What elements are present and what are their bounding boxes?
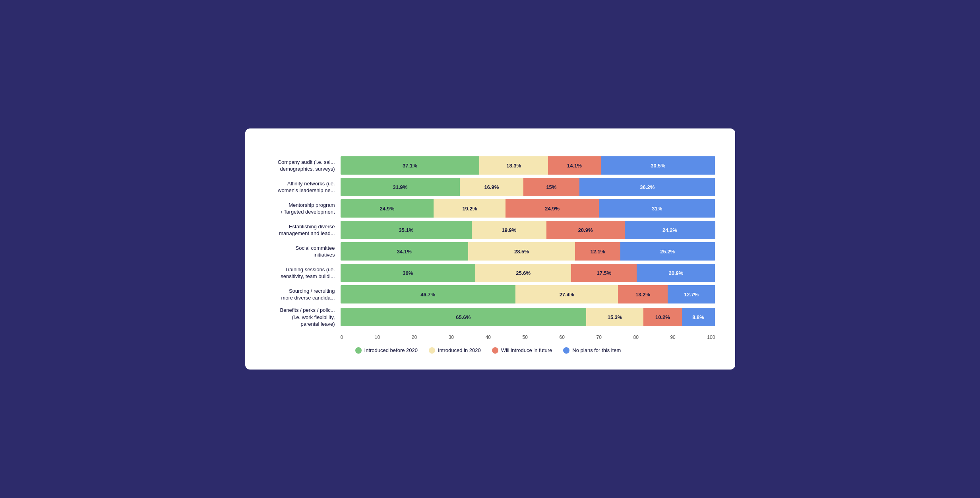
legend-dot	[492, 347, 498, 354]
legend-item: No plans for this item	[563, 347, 621, 354]
legend: Introduced before 2020Introduced in 2020…	[261, 347, 715, 354]
bar-segment-yellow: 16.9%	[460, 178, 523, 196]
bar-segment-yellow: 27.4%	[515, 285, 618, 303]
bar-segment-yellow: 15.3%	[586, 308, 643, 326]
legend-item: Introduced before 2020	[355, 347, 418, 354]
bar-row: Company audit (i.e. sal...demographics, …	[261, 156, 715, 175]
bar-label: Affinity networks (i.e.women's leadershi…	[261, 180, 341, 194]
x-axis-tick: 50	[523, 335, 528, 340]
legend-label: No plans for this item	[572, 347, 621, 353]
bar-row: Mentorship program/ Targeted development…	[261, 199, 715, 218]
bar-segment-yellow: 19.2%	[434, 199, 505, 218]
bar-segment-blue: 30.5%	[601, 156, 715, 175]
x-axis-tick: 90	[670, 335, 675, 340]
bar-row: Training sessions (i.e.sensitivity, team…	[261, 264, 715, 282]
bar-track: 31.9%16.9%15%36.2%	[341, 178, 715, 196]
bar-segment-green: 37.1%	[341, 156, 480, 175]
legend-label: Introduced before 2020	[364, 347, 418, 353]
bar-track: 24.9%19.2%24.9%31%	[341, 199, 715, 218]
legend-item: Introduced in 2020	[429, 347, 481, 354]
legend-dot	[563, 347, 569, 354]
legend-label: Introduced in 2020	[438, 347, 481, 353]
x-axis-tick: 0	[341, 335, 343, 340]
bar-segment-green: 65.6%	[341, 308, 587, 326]
bar-track: 36%25.6%17.5%20.9%	[341, 264, 715, 282]
bar-row: Affinity networks (i.e.women's leadershi…	[261, 178, 715, 196]
bar-segment-yellow: 28.5%	[468, 242, 575, 261]
x-axis-line	[341, 332, 715, 332]
bar-segment-blue: 31%	[599, 199, 715, 218]
bar-segment-red: 15%	[523, 178, 579, 196]
bar-track: 35.1%19.9%20.9%24.2%	[341, 221, 715, 239]
x-axis: 0102030405060708090100	[341, 335, 715, 340]
bar-label: Company audit (i.e. sal...demographics, …	[261, 159, 341, 173]
bar-segment-red: 10.2%	[643, 308, 682, 326]
bar-track: 65.6%15.3%10.2%8.8%	[341, 308, 715, 326]
chart-area: Company audit (i.e. sal...demographics, …	[261, 156, 715, 331]
x-axis-tick: 60	[560, 335, 565, 340]
legend-dot	[355, 347, 362, 354]
bar-segment-yellow: 18.3%	[479, 156, 548, 175]
bar-track: 37.1%18.3%14.1%30.5%	[341, 156, 715, 175]
x-axis-tick: 80	[633, 335, 638, 340]
bar-label: Establishing diversemanagement and lead.…	[261, 223, 341, 237]
x-axis-tick: 10	[375, 335, 380, 340]
bar-label: Benefits / perks / polic...(i.e. work fl…	[261, 307, 341, 328]
bar-segment-blue: 20.9%	[637, 264, 715, 282]
bar-row: Social committeeinitiatives34.1%28.5%12.…	[261, 242, 715, 261]
x-axis-tick: 100	[707, 335, 715, 340]
bar-segment-green: 31.9%	[341, 178, 460, 196]
bar-segment-blue: 8.8%	[682, 308, 715, 326]
bar-segment-red: 20.9%	[546, 221, 625, 239]
legend-dot	[429, 347, 435, 354]
bar-segment-green: 35.1%	[341, 221, 472, 239]
x-axis-tick: 70	[597, 335, 602, 340]
bar-row: Sourcing / recruitingmore diverse candid…	[261, 285, 715, 303]
bar-segment-blue: 12.7%	[668, 285, 715, 303]
bar-segment-yellow: 25.6%	[475, 264, 571, 282]
bar-row: Benefits / perks / polic...(i.e. work fl…	[261, 307, 715, 328]
bar-segment-green: 36%	[341, 264, 475, 282]
bar-segment-red: 17.5%	[571, 264, 637, 282]
x-axis-tick: 20	[412, 335, 417, 340]
bar-label: Social committeeinitiatives	[261, 245, 341, 259]
bar-segment-red: 14.1%	[548, 156, 601, 175]
bar-segment-yellow: 19.9%	[472, 221, 546, 239]
x-axis-ticks: 0102030405060708090100	[341, 335, 715, 340]
bar-label: Training sessions (i.e.sensitivity, team…	[261, 266, 341, 280]
bar-track: 34.1%28.5%12.1%25.2%	[341, 242, 715, 261]
bar-segment-blue: 36.2%	[579, 178, 715, 196]
bar-row: Establishing diversemanagement and lead.…	[261, 221, 715, 239]
bar-segment-blue: 25.2%	[620, 242, 715, 261]
legend-item: Will introduce in future	[492, 347, 552, 354]
legend-label: Will introduce in future	[501, 347, 552, 353]
bar-label: Sourcing / recruitingmore diverse candid…	[261, 288, 341, 302]
chart-container: Company audit (i.e. sal...demographics, …	[245, 128, 735, 370]
bar-segment-green: 34.1%	[341, 242, 469, 261]
bar-label: Mentorship program/ Targeted development	[261, 202, 341, 216]
bar-segment-green: 46.7%	[341, 285, 515, 303]
bar-segment-red: 24.9%	[505, 199, 599, 218]
x-axis-tick: 30	[449, 335, 454, 340]
bar-segment-blue: 24.2%	[625, 221, 715, 239]
bar-segment-red: 13.2%	[618, 285, 667, 303]
bar-track: 46.7%27.4%13.2%12.7%	[341, 285, 715, 303]
bar-segment-red: 12.1%	[575, 242, 620, 261]
bar-segment-green: 24.9%	[341, 199, 434, 218]
x-axis-tick: 40	[486, 335, 491, 340]
